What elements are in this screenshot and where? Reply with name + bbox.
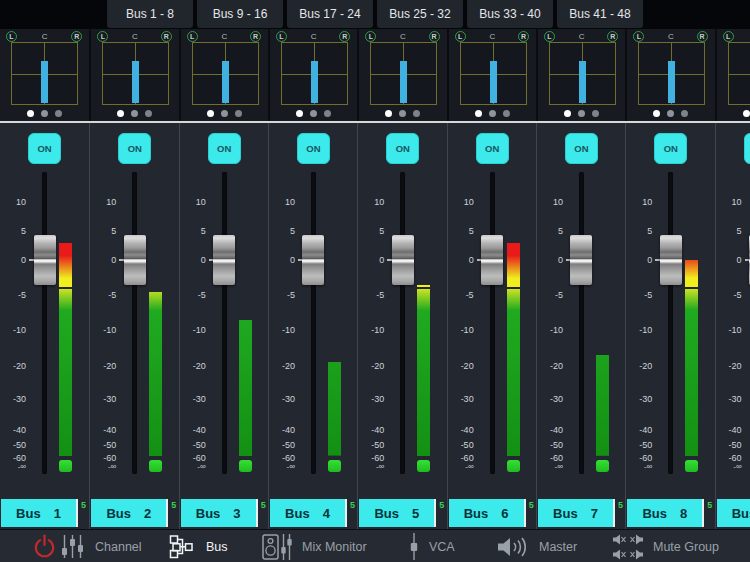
fader-handle[interactable] [34, 235, 56, 285]
channel-on-button[interactable]: ON [654, 133, 687, 164]
channel-on-button[interactable]: ON [386, 133, 419, 164]
page-dot-2 [489, 110, 496, 117]
fader-track[interactable] [400, 172, 405, 474]
pan-display-bus-7[interactable]: LCR [536, 29, 625, 121]
channel-name-button[interactable]: Bus7 [538, 499, 615, 527]
fader-scale--40: -40 [4, 425, 26, 436]
fader-track[interactable] [668, 172, 673, 474]
fader-track[interactable] [132, 172, 137, 474]
fader-scale--40: -40 [541, 425, 563, 436]
fader-scale--10: -10 [720, 325, 742, 336]
tab-bus-group-5[interactable]: Bus 33 - 40 [467, 0, 553, 28]
fader-handle[interactable] [213, 235, 235, 285]
pan-position-box[interactable] [728, 42, 750, 105]
fader-scale--50: -50 [720, 440, 742, 451]
tab-bus-group-6[interactable]: Bus 41 - 48 [557, 0, 643, 28]
pan-labels: LCR [627, 30, 714, 42]
fader-scale--30: -30 [541, 394, 563, 405]
pan-display-bus-1[interactable]: LCR [0, 29, 89, 121]
channel-name-number: 8 [680, 506, 687, 521]
fader-scale--inf: -∞ [184, 461, 206, 472]
page-dot-1 [117, 110, 124, 117]
channel-name-button[interactable]: Bus3 [181, 499, 258, 527]
pan-labels: LCR [270, 30, 357, 42]
channel-name-button[interactable]: Bus4 [270, 499, 347, 527]
channel-on-button[interactable]: ON [297, 133, 330, 164]
fader-handle[interactable] [481, 235, 503, 285]
tab-bus-group-4[interactable]: Bus 25 - 32 [377, 0, 463, 28]
fader-track[interactable] [579, 172, 584, 474]
pan-position-box[interactable] [460, 42, 527, 105]
fader-handle[interactable] [124, 235, 146, 285]
channel-name-button[interactable]: Bus6 [449, 499, 526, 527]
nav-item-master[interactable]: Master [497, 530, 577, 562]
fader-scale-5: 5 [184, 226, 206, 237]
channel-name-button[interactable]: Bus2 [91, 499, 168, 527]
nav-item-bus[interactable]: Bus [169, 530, 228, 562]
fader-scale--5: -5 [720, 290, 742, 301]
pan-position-box[interactable] [638, 42, 705, 105]
level-meter-base-segment [239, 460, 252, 472]
channel-on-button[interactable]: ON [476, 133, 509, 164]
channel-name-prefix: Bus [642, 506, 667, 521]
tab-bus-group-1[interactable]: Bus 1 - 8 [107, 0, 193, 28]
fader-scale--inf: -∞ [362, 461, 384, 472]
level-meter [328, 362, 341, 456]
page-dot-2 [310, 110, 317, 117]
tab-bus-group-2[interactable]: Bus 9 - 16 [197, 0, 283, 28]
pan-position-box[interactable] [192, 42, 259, 105]
pan-position-box[interactable] [11, 42, 78, 105]
bus-tab-bar: Bus 1 - 8Bus 9 - 16Bus 17 - 24Bus 25 - 3… [0, 0, 750, 29]
pan-right-label: R [518, 31, 529, 42]
channel-on-button[interactable]: ON [208, 133, 241, 164]
pan-display-bus-3[interactable]: LCR [179, 29, 268, 121]
channel-on-button[interactable]: ON [118, 133, 151, 164]
nav-item-label: Mix Monitor [302, 540, 367, 554]
pan-display-bus-8[interactable]: LCR [625, 29, 714, 121]
pan-page-dots [359, 110, 446, 117]
fader-track[interactable] [490, 172, 495, 474]
fader-track[interactable] [222, 172, 227, 474]
pan-position-indicator [579, 61, 586, 103]
channel-on-button[interactable]: ON [28, 133, 61, 164]
fader-track[interactable] [42, 172, 47, 474]
fader-handle[interactable] [392, 235, 414, 285]
nav-item-channel[interactable]: Channel [60, 530, 142, 562]
channel-name-prefix: Bus [374, 506, 399, 521]
channel-name-button[interactable]: Bus5 [359, 499, 436, 527]
power-icon[interactable] [32, 534, 57, 559]
fader-scale-10: 10 [452, 197, 474, 208]
pan-display-bus-4[interactable]: LCR [268, 29, 357, 121]
fader-handle[interactable] [660, 235, 682, 285]
nav-item-vca[interactable]: VCA [409, 530, 455, 562]
channel-name-button[interactable]: Bus9 [717, 499, 750, 527]
pan-display-bus-5[interactable]: LCR [357, 29, 446, 121]
channel-on-button[interactable]: ON [565, 133, 598, 164]
fader-track[interactable] [311, 172, 316, 474]
pan-display-bus-2[interactable]: LCR [89, 29, 178, 121]
tab-bus-group-3[interactable]: Bus 17 - 24 [287, 0, 373, 28]
pan-position-indicator [222, 61, 229, 103]
pan-position-box[interactable] [370, 42, 437, 105]
pan-display-bus-9[interactable]: LCR [715, 29, 750, 121]
channel-name-button[interactable]: Bus8 [627, 499, 704, 527]
page-dot-3 [503, 110, 510, 117]
channel-name-button[interactable]: Bus1 [1, 499, 78, 527]
page-dot-2 [41, 110, 48, 117]
channel-name-prefix: Bus [285, 506, 310, 521]
fader-handle[interactable] [570, 235, 592, 285]
page-dot-1 [653, 110, 660, 117]
fader-scale--50: -50 [4, 440, 26, 451]
channel-on-button[interactable]: ON [744, 133, 750, 164]
nav-item-mix-monitor[interactable]: Mix Monitor [262, 530, 367, 562]
pan-display-bus-6[interactable]: LCR [447, 29, 536, 121]
fader-handle[interactable] [302, 235, 324, 285]
channel-badge: 5 [81, 500, 86, 510]
pan-position-box[interactable] [549, 42, 616, 105]
nav-item-mute-group[interactable]: Mute Group [613, 530, 719, 562]
pan-position-box[interactable] [281, 42, 348, 105]
nav-item-label: VCA [429, 540, 455, 554]
level-meter [417, 285, 430, 457]
pan-position-box[interactable] [102, 42, 169, 105]
channel-name-prefix: Bus [196, 506, 221, 521]
